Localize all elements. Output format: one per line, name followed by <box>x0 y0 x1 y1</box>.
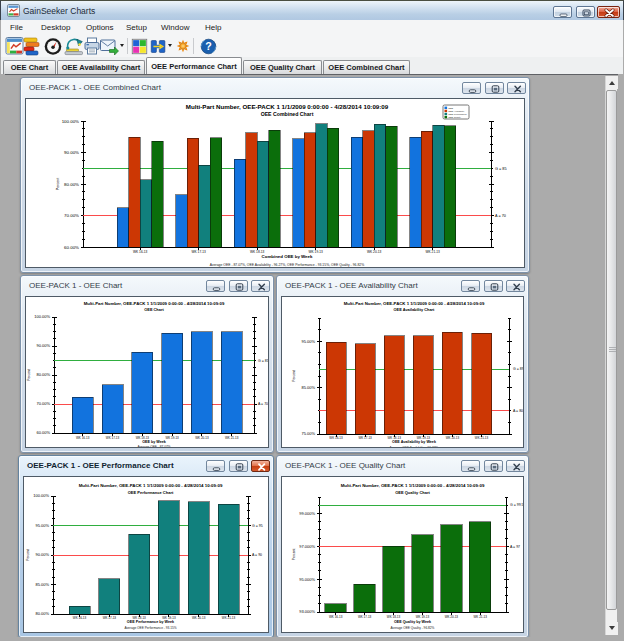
icon-shape: ? <box>200 38 217 55</box>
bar <box>188 502 209 614</box>
tab-oee-quality-chart[interactable]: OEE Quality Chart <box>243 60 322 74</box>
chart-label: WK 17-13 <box>358 436 372 440</box>
chart-label: 75.00% <box>301 431 315 436</box>
reference-line-label: A = 90 <box>252 553 262 557</box>
reference-line-label: A = 80 <box>513 409 523 413</box>
mdi-window-4[interactable]: OEE-PACK 1 - OEE Quality ChartMulti-Part… <box>276 455 529 637</box>
bar <box>191 332 212 433</box>
mdi-window-title: OEE-PACK 1 - OEE Availability Chart <box>285 276 418 295</box>
menu-file[interactable]: File <box>10 20 23 35</box>
icon-shape <box>507 461 526 473</box>
mdi-minimize-button[interactable] <box>461 280 480 292</box>
mdi-window-3[interactable]: OEE-PACK 1 - OEE Performance ChartMulti-… <box>18 455 274 637</box>
menu-bar: FileDesktopOptionsSetupWindowHelp <box>1 20 623 35</box>
icon-shape <box>609 81 615 85</box>
icon-shape <box>468 288 475 291</box>
mdi-restore-button[interactable] <box>229 460 248 472</box>
tab-oee-chart[interactable]: OEE Chart <box>3 60 56 74</box>
mdi-restore-button[interactable] <box>229 280 248 292</box>
gauge-button[interactable] <box>43 36 63 56</box>
icon-shape <box>577 7 596 19</box>
mdi-restore-button[interactable] <box>484 280 503 292</box>
mdi-minimize-button[interactable] <box>206 280 225 292</box>
menu-options[interactable]: Options <box>86 20 114 35</box>
close-button[interactable] <box>597 6 620 18</box>
scroll-up-arrow[interactable] <box>606 76 618 89</box>
bar <box>316 124 328 247</box>
bar <box>410 137 422 247</box>
icon-shape <box>230 281 249 293</box>
chart-label: 97.000% <box>299 544 315 549</box>
bar <box>187 138 199 247</box>
chart-label: 70.00% <box>64 213 79 218</box>
bar <box>304 133 316 247</box>
mdi-close-button[interactable] <box>251 280 270 292</box>
mdi-minimize-button[interactable] <box>206 460 225 472</box>
pareto-chart-button[interactable] <box>22 36 42 56</box>
chart-label: WK 18-13 <box>387 615 401 619</box>
bar <box>234 159 246 247</box>
tab-oee-availability-chart[interactable]: OEE Availability Chart <box>57 60 145 74</box>
mdi-close-button[interactable] <box>506 280 525 292</box>
scroll-down-arrow[interactable] <box>606 622 618 635</box>
maximize-button[interactable] <box>576 6 595 18</box>
icon-shape <box>133 40 139 46</box>
mdi-window-2[interactable]: OEE-PACK 1 - OEE Availability ChartMulti… <box>276 275 529 453</box>
export-dropdown-arrow[interactable] <box>168 44 172 47</box>
icon-shape <box>259 284 264 290</box>
icon-shape <box>101 40 116 51</box>
icon-shape <box>182 49 185 52</box>
icon-shape <box>7 42 10 53</box>
icon-shape <box>515 86 520 92</box>
mdi-close-button[interactable] <box>251 460 270 472</box>
icon-shape <box>88 48 97 54</box>
mdi-restore-button[interactable] <box>484 460 503 472</box>
desktop-button[interactable] <box>64 36 84 56</box>
send-dropdown-arrow[interactable] <box>120 44 124 47</box>
mdi-minimize-button[interactable] <box>461 460 480 472</box>
bar <box>374 124 386 247</box>
icon-shape <box>494 88 497 91</box>
chart-label: WK 17-13 <box>106 436 120 440</box>
menu-window[interactable]: Window <box>161 20 189 35</box>
menu-setup[interactable]: Setup <box>126 20 147 35</box>
mdi-close-button[interactable] <box>506 460 525 472</box>
icon-shape <box>26 43 39 47</box>
mdi-close-button[interactable] <box>507 82 526 94</box>
send-email-button[interactable] <box>99 36 119 56</box>
mdi-minimize-button[interactable] <box>462 82 481 94</box>
chart-label: Average OEE Performance - 93.15% <box>124 626 176 630</box>
chart-label: Percent <box>27 369 31 381</box>
tab-oee-performance-chart[interactable]: OEE Performance Chart <box>146 57 242 74</box>
icon-shape <box>252 461 271 473</box>
chart-label: OEE Quality by Week <box>394 620 432 624</box>
bar <box>472 333 492 434</box>
settings-button[interactable] <box>176 39 190 53</box>
chart-canvas-3: Multi-Part Number, OEE-PACK 1 1/1/2009 0… <box>23 476 269 633</box>
chart-label: 90.00% <box>35 552 49 557</box>
chart-label: 60.00% <box>36 430 50 435</box>
chart-oee-performance-chart: Multi-Part Number, OEE-PACK 1 1/1/2009 0… <box>24 477 268 632</box>
menu-desktop[interactable]: Desktop <box>41 20 70 35</box>
color-palette-button[interactable] <box>131 38 148 55</box>
mdi-restore-button[interactable] <box>485 82 504 94</box>
chart-label: WK 16-13 <box>329 615 343 619</box>
scrollbar-thumb[interactable] <box>606 90 617 610</box>
bar <box>72 397 93 433</box>
help-button[interactable]: ? <box>200 38 217 55</box>
minimize-button[interactable] <box>553 6 572 18</box>
chart-label: WK 21-13 <box>225 436 239 440</box>
tab-oee-combined-chart[interactable]: OEE Combined Chart <box>323 60 410 74</box>
menu-help[interactable]: Help <box>205 20 221 35</box>
bar <box>221 332 242 433</box>
chart-label: WK 20-13 <box>195 436 209 440</box>
bar <box>218 504 239 614</box>
mdi-window-title: OEE-PACK 1 - OEE Combined Chart <box>29 78 161 97</box>
mdi-window-1[interactable]: OEE-PACK 1 - OEE ChartMulti-Part Number,… <box>20 275 274 453</box>
export-data-button[interactable] <box>150 38 167 55</box>
mdi-window-0[interactable]: OEE-PACK 1 - OEE Combined ChartMulti-Par… <box>20 77 530 273</box>
vertical-scrollbar[interactable] <box>605 76 617 635</box>
chart-label: 95.00% <box>301 339 315 344</box>
icon-shape <box>609 626 615 630</box>
main-titlebar[interactable]: GainSeeker Charts <box>0 0 624 20</box>
